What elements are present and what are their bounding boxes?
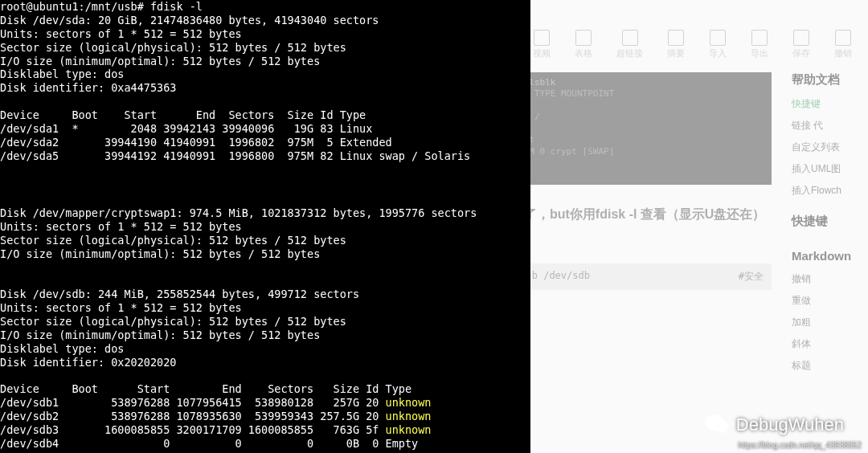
sdb-units: Units: sectors of 1 * 512 = 512 bytes <box>0 301 242 314</box>
shortcuts-title: 快捷键 <box>792 214 868 229</box>
tool-undo[interactable]: 撤销 <box>834 30 852 59</box>
partition-row: /dev/sda1 * 2048 39942143 39940096 19G 8… <box>0 122 372 135</box>
units-line: Units: sectors of 1 * 512 = 512 bytes <box>0 27 242 40</box>
sdb-row: /dev/sdb3 1600085855 3200171709 16000858… <box>0 423 431 436</box>
sdb-row: /dev/sdb1 538976288 1077956415 538980128… <box>0 396 431 409</box>
io-size-line: I/O size (minimum/optimal): 512 bytes / … <box>0 247 320 260</box>
sector-size-line: Sector size (logical/physical): 512 byte… <box>0 234 346 247</box>
tool-export[interactable]: 导出 <box>751 30 768 59</box>
wechat-icon <box>704 411 731 439</box>
cryptswap-line: Disk /dev/mapper/cryptswap1: 974.5 MiB, … <box>0 206 477 219</box>
sdb-id: Disk identifier: 0x20202020 <box>0 356 176 369</box>
sdb-sector: Sector size (logical/physical): 512 byte… <box>0 315 346 328</box>
partition-row: /dev/sda5 39944192 41940991 1996800 975M… <box>0 149 470 162</box>
sector-size-line: Sector size (logical/physical): 512 byte… <box>0 41 346 54</box>
code-comment: #安全 <box>739 270 764 284</box>
sidebar-item[interactable]: 插入UML图 <box>792 162 868 176</box>
tool-summary[interactable]: 摘要 <box>667 30 685 59</box>
terminal-prompt-line: root@ubuntu1:/mnt/usb# fdisk -l <box>0 0 203 13</box>
footer-url: https://blog.csdn.net/qq_43938052 <box>739 441 862 450</box>
disklabel-line: Disklabel type: dos <box>0 67 124 80</box>
sdb-header: Disk /dev/sdb: 244 MiB, 255852544 bytes,… <box>0 288 359 300</box>
md-item[interactable]: 加粗 <box>792 316 868 329</box>
watermark: DebugWuhen <box>704 411 844 439</box>
watermark-text: DebugWuhen <box>736 414 844 435</box>
disk-id-line: Disk identifier: 0xa4475363 <box>0 81 176 94</box>
help-link-shortcuts[interactable]: 快捷键 <box>792 97 868 111</box>
sdb-io: I/O size (minimum/optimal): 512 bytes / … <box>0 329 320 341</box>
sdb-label: Disklabel type: dos <box>0 342 124 355</box>
sdb-row: /dev/sdb4 0 0 0 0B 0 Empty <box>0 437 418 450</box>
md-item[interactable]: 斜体 <box>792 337 868 351</box>
sidebar-item[interactable]: 插入Flowch <box>792 184 868 198</box>
partition-table-header: Device Boot Start End Sectors Size Id Ty… <box>0 108 366 121</box>
help-title: 帮助文档 <box>792 72 868 88</box>
disk-header: Disk /dev/sda: 20 GiB, 21474836480 bytes… <box>0 14 379 27</box>
units-line: Units: sectors of 1 * 512 = 512 bytes <box>0 220 242 233</box>
md-item[interactable]: 标题 <box>792 359 868 373</box>
sidebar-item[interactable]: 自定义列表 <box>792 141 868 154</box>
sdb-table-header: Device Boot Start End Sectors Size Id Ty… <box>0 382 411 395</box>
io-size-line: I/O size (minimum/optimal): 512 bytes / … <box>0 55 320 67</box>
fdisk-terminal-bottom: Disk /dev/mapper/cryptswap1: 974.5 MiB, … <box>0 193 530 453</box>
tool-save[interactable]: 保存 <box>792 30 810 59</box>
md-item[interactable]: 撤销 <box>792 272 868 286</box>
md-item[interactable]: 重做 <box>792 294 868 308</box>
sidebar-item[interactable]: 链接 代 <box>792 119 868 133</box>
fdisk-terminal-top: root@ubuntu1:/mnt/usb# fdisk -l Disk /de… <box>0 0 530 193</box>
help-sidebar: 帮助文档 快捷键 链接 代 自定义列表 插入UML图 插入Flowch 快捷键 … <box>792 72 868 381</box>
partition-row: /dev/sda2 39944190 41940991 1996802 975M… <box>0 136 392 149</box>
sdb-row: /dev/sdb2 538976288 1078935630 539959343… <box>0 410 431 422</box>
tool-import[interactable]: 导入 <box>709 30 727 59</box>
tool-link[interactable]: 超链接 <box>616 30 643 59</box>
tool-video[interactable]: 视频 <box>533 30 551 59</box>
tool-table[interactable]: 表格 <box>575 30 592 59</box>
markdown-title: Markdown <box>792 249 868 263</box>
